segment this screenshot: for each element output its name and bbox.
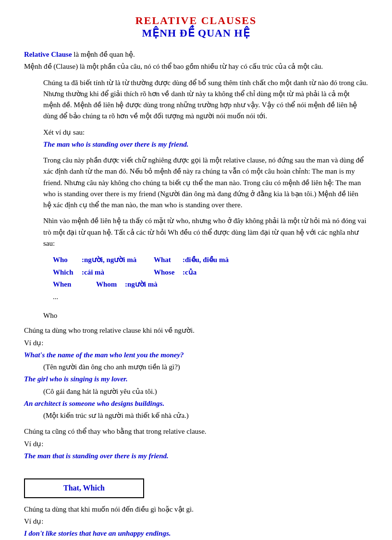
- whom-def: :người mà: [125, 278, 197, 291]
- explain2: Nhìn vào mệnh đề liên hệ ta thấy có mặt …: [43, 215, 368, 249]
- whose-def: :của: [183, 266, 255, 279]
- who-note: Chúng ta cũng có thể thay who bằng that …: [24, 426, 368, 437]
- that-which-desc: Chúng ta dùng that khi muốn nói đến điều…: [24, 504, 368, 515]
- intro-label-para: Relative Clause là mệnh đề quan hệ.: [24, 49, 368, 60]
- who-label: Who: [53, 254, 82, 266]
- intro-para2-section: Chúng ta đã biết tính từ là từ thường đư…: [24, 77, 368, 122]
- intro-example-section: Xét ví dụ sau: The man who is standing o…: [43, 127, 368, 151]
- xetvi: Xét ví dụ sau:: [43, 127, 368, 138]
- who-def: :người, người mà: [82, 254, 154, 266]
- wh-row-2: Which :cái mà Whose :của: [53, 266, 368, 279]
- what-label: What: [154, 254, 183, 266]
- page-title: RELATIVE CLAUSES MỆNH ĐỀ QUAN HỆ: [24, 14, 368, 39]
- what-def: :điều, điều mà: [183, 254, 255, 266]
- who-desc: Chúng ta dùng who trong relative clause …: [24, 325, 368, 336]
- whom-label: Whom: [96, 278, 125, 291]
- when-label: When: [53, 278, 82, 291]
- who-vidu: Ví dụ:: [24, 338, 368, 349]
- intro-explain1-section: Trong câu này phần được viết chữ nghiêng…: [24, 155, 368, 211]
- that-which-label: That, Which: [63, 484, 105, 492]
- that-which-ex1: I don't like stories that have an unhapp…: [24, 528, 368, 539]
- relative-clause-label: Relative Clause: [24, 50, 72, 58]
- title-line1: RELATIVE CLAUSES: [24, 14, 368, 27]
- who-ex3-trans: (Một kiến trúc sư là người mà thiết kế n…: [43, 410, 368, 421]
- intro-explain2-section: Nhìn vào mệnh đề liên hệ ta thấy có mặt …: [24, 215, 368, 249]
- wh-row-3: When Whom :người mà: [53, 278, 368, 291]
- who-section: Who Chúng ta dùng who trong relative cla…: [24, 310, 368, 421]
- that-which-vidu: Ví dụ:: [24, 516, 368, 527]
- who-ex2: The girl who is singing is my lover.: [24, 374, 368, 385]
- title-line2: MỆNH ĐỀ QUAN HỆ: [24, 27, 368, 39]
- explain1: Trong câu này phần được viết chữ nghiêng…: [43, 155, 368, 211]
- which-label: Which: [53, 266, 82, 279]
- who-ex1: What's the name of the man who lent you …: [24, 350, 368, 361]
- who-note-section: Chúng ta cũng có thể thay who bằng that …: [24, 426, 368, 462]
- who-ex1-trans: (Tên người đàn ông cho anh mượn tiền là …: [43, 362, 368, 373]
- who-header: Who: [43, 310, 368, 321]
- who-ex4: The man that is standing over there is m…: [24, 451, 368, 462]
- example-sentence: The man who is standing over there is my…: [43, 139, 368, 150]
- who-ex3: An architect is someone who designs buil…: [24, 398, 368, 409]
- who-vidu2: Ví dụ:: [24, 439, 368, 450]
- intro-label-suffix: là mệnh đề quan hệ.: [72, 50, 135, 58]
- whose-label: Whose: [154, 266, 183, 279]
- intro-para2: Chúng ta đã biết tính từ là từ thường đư…: [43, 77, 368, 122]
- wh-row-1: Who :người, người mà What :điều, điều mà: [53, 254, 368, 266]
- ellipsis: ...: [53, 291, 58, 303]
- that-which-section: That, Which Chúng ta dùng that khi muốn …: [24, 471, 368, 540]
- that-which-box: That, Which: [24, 478, 144, 498]
- wh-ellipsis-row: ...: [53, 291, 368, 303]
- wh-words-table: Who :người, người mà What :điều, điều mà…: [53, 254, 368, 303]
- intro-section: Relative Clause là mệnh đề quan hệ. Mệnh…: [24, 49, 368, 73]
- intro-para1: Mệnh đề (Clause) là một phần của câu, nó…: [24, 61, 368, 72]
- who-ex2-trans: (Cô gái đang hát là người yêu của tôi.): [43, 386, 368, 397]
- which-def: :cái mà: [82, 266, 154, 279]
